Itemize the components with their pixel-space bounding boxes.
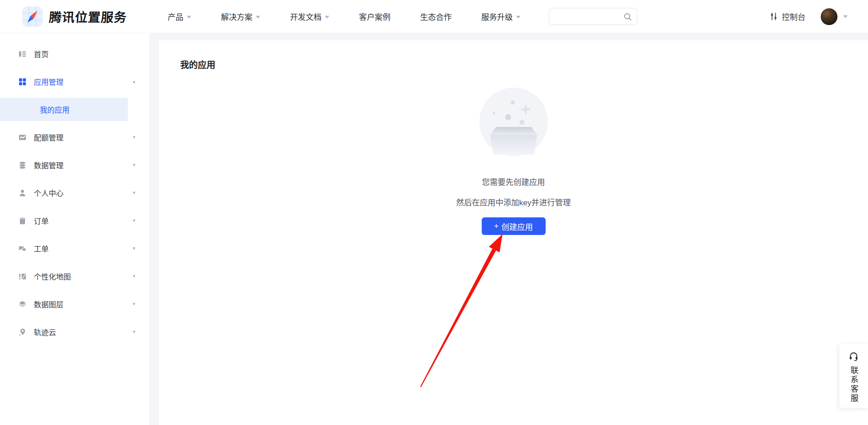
ticket-icon: [19, 245, 26, 253]
chevron-down-icon: [516, 16, 521, 19]
console-link[interactable]: 控制台: [769, 11, 805, 22]
nav-item-label: 服务升级: [481, 11, 513, 22]
main-nav: 产品 解决方案 开发文档 客户案例 生态合作: [168, 11, 521, 22]
nav-item-label: 客户案例: [359, 11, 390, 22]
compass-icon: [22, 6, 43, 27]
plus-icon: +: [494, 222, 499, 231]
brand-logo[interactable]: 腾讯位置服务: [22, 6, 127, 27]
quota-icon: [19, 133, 26, 141]
open-box-illustration: [479, 88, 548, 156]
sidebar-item-label: 我的应用: [40, 104, 69, 115]
sidebar-item-profile[interactable]: 个人中心 ▼: [0, 181, 149, 204]
user-icon: [19, 189, 26, 197]
track-icon: [19, 328, 26, 336]
empty-state: 您需要先创建应用 然后在应用中添加key并进行管理 + 创建应用: [159, 88, 868, 235]
nav-item-label: 解决方案: [221, 11, 252, 22]
layers-icon: [19, 300, 26, 308]
search-icon[interactable]: [623, 12, 632, 21]
sidebar-item-quota[interactable]: 配额管理 ▼: [0, 126, 149, 149]
order-icon: [19, 217, 26, 225]
sidebar-item-layers[interactable]: 数据图层 ▼: [0, 292, 149, 316]
chevron-down-icon: ▼: [132, 330, 136, 334]
sidebar-item-label: 首页: [34, 48, 49, 59]
sidebar-item-track-cloud[interactable]: 轨迹云 ▼: [0, 320, 149, 343]
nav-item-label: 产品: [168, 11, 183, 22]
sidebar-item-app-management[interactable]: 应用管理 ▲: [0, 70, 149, 93]
chevron-down-icon: ▼: [132, 135, 136, 140]
sidebar-item-my-apps[interactable]: 我的应用: [0, 98, 128, 121]
create-app-button-label: 创建应用: [501, 221, 533, 232]
nav-item-label: 生态合作: [420, 11, 452, 22]
custom-map-icon: [19, 273, 26, 280]
chevron-down-icon: ▼: [132, 163, 136, 167]
avatar[interactable]: [821, 8, 837, 25]
chevron-down-icon: [256, 16, 260, 19]
home-icon: [19, 50, 26, 58]
sidebar-item-orders[interactable]: 订单 ▼: [0, 209, 149, 232]
sidebar-item-custom-map[interactable]: 个性化地图 ▼: [0, 265, 149, 288]
create-app-button[interactable]: + 创建应用: [482, 217, 546, 235]
headset-icon: [849, 351, 859, 362]
database-icon: [19, 161, 26, 169]
sidebar-item-label: 配额管理: [34, 132, 63, 143]
console-label: 控制台: [782, 11, 805, 22]
sidebar-item-label: 数据管理: [34, 159, 63, 171]
apps-icon: [19, 78, 26, 86]
page-title: 我的应用: [159, 58, 868, 70]
sidebar-item-label: 个人中心: [34, 187, 63, 198]
empty-hint-line2: 然后在应用中添加key并进行管理: [456, 196, 571, 208]
chevron-down-icon: [325, 16, 329, 19]
sidebar-item-label: 数据图层: [34, 298, 63, 310]
contact-support-widget[interactable]: 联系客服: [839, 344, 868, 408]
nav-item-docs[interactable]: 开发文档: [290, 11, 329, 22]
chevron-down-icon: ▼: [132, 302, 136, 306]
empty-hint-line1: 您需要先创建应用: [482, 176, 545, 187]
nav-item-solutions[interactable]: 解决方案: [221, 11, 260, 22]
sidebar-item-data[interactable]: 数据管理 ▼: [0, 153, 149, 177]
chevron-down-icon: [187, 16, 191, 19]
sidebar: 首页 应用管理 ▲ 我的应用 配额管理 ▼: [0, 33, 149, 425]
sidebar-item-label: 轨迹云: [34, 326, 56, 337]
nav-item-cases[interactable]: 客户案例: [359, 11, 390, 22]
search-box[interactable]: [549, 8, 637, 25]
sidebar-item-label: 订单: [34, 215, 49, 226]
nav-item-upgrade[interactable]: 服务升级: [481, 11, 521, 22]
sidebar-item-label: 工单: [34, 243, 49, 254]
content-card: 我的应用: [159, 40, 868, 425]
top-navbar: 腾讯位置服务 产品 解决方案 开发文档 客户案例 生: [0, 0, 868, 33]
sliders-icon: [769, 12, 778, 21]
chevron-down-icon: ▼: [132, 218, 136, 223]
main-area: 我的应用: [149, 33, 868, 425]
brand-name: 腾讯位置服务: [49, 7, 128, 25]
sidebar-item-label: 应用管理: [34, 76, 63, 87]
sidebar-item-label: 个性化地图: [34, 271, 71, 282]
nav-item-products[interactable]: 产品: [168, 11, 191, 22]
chevron-down-icon: ▼: [132, 246, 136, 251]
nav-item-eco[interactable]: 生态合作: [420, 11, 452, 22]
contact-support-label: 联系客服: [848, 366, 860, 403]
chevron-down-icon: ▼: [132, 190, 136, 195]
search-input[interactable]: [555, 13, 623, 20]
nav-item-label: 开发文档: [290, 11, 321, 22]
chevron-down-icon[interactable]: [843, 15, 848, 18]
chevron-up-icon: ▲: [132, 79, 136, 84]
chevron-down-icon: ▼: [132, 274, 136, 279]
sidebar-item-home[interactable]: 首页: [0, 42, 149, 65]
sidebar-item-tickets[interactable]: 工单 ▼: [0, 237, 149, 260]
